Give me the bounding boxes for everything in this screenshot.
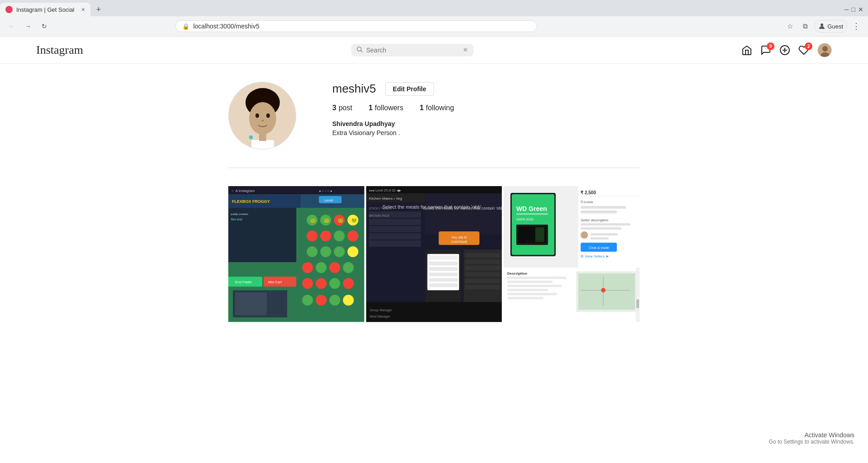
svg-line-3	[361, 51, 362, 52]
search-input[interactable]	[366, 47, 459, 54]
messages-nav-icon[interactable]: 9	[760, 45, 771, 56]
svg-rect-18	[259, 131, 266, 141]
svg-rect-131	[507, 276, 566, 279]
svg-text:SATA SSD: SATA SSD	[516, 217, 533, 221]
address-bar[interactable]: 🔒 localhost:3000/meshiv5	[175, 20, 537, 32]
posts-count: 3	[332, 104, 336, 112]
svg-point-0	[7, 7, 11, 12]
followers-label: followers	[375, 104, 403, 112]
svg-text:●●●  Level 25 of 32 ◀▶: ●●● Level 25 of 32 ◀▶	[369, 189, 401, 192]
post-thumbnail-1[interactable]: ← A Instagram ● ○ ○ ○ ● FLEXBOX FROGGY L…	[228, 186, 364, 322]
svg-rect-98	[465, 278, 500, 283]
svg-point-49	[348, 230, 359, 241]
svg-text:justify-content:: justify-content:	[231, 213, 249, 215]
profile-nav-icon[interactable]	[817, 43, 832, 57]
svg-rect-77	[369, 233, 421, 239]
forward-button[interactable]: →	[22, 20, 34, 33]
svg-point-13	[249, 102, 276, 135]
svg-point-56	[329, 262, 340, 273]
ig-search-container: ✕	[351, 44, 473, 56]
address-text: localhost:3000/meshiv5	[193, 23, 259, 30]
svg-point-54	[302, 262, 313, 273]
svg-point-46	[307, 230, 317, 241]
window-close[interactable]: ✕	[858, 6, 863, 13]
svg-rect-125	[591, 237, 609, 239]
browser-tabs: Instagram | Get Social × + ─ □ ✕	[0, 0, 868, 16]
profile-avatar-large	[228, 82, 296, 150]
svg-point-123	[581, 231, 588, 239]
svg-point-65	[343, 295, 354, 306]
new-tab-button[interactable]: +	[92, 3, 105, 16]
svg-point-14	[255, 113, 259, 118]
following-count: 1	[420, 104, 424, 112]
svg-point-55	[316, 262, 326, 273]
messages-badge: 9	[767, 42, 774, 50]
instagram-app: Instagram ✕	[0, 37, 868, 443]
svg-rect-94	[465, 253, 500, 257]
svg-rect-78	[369, 240, 421, 247]
ig-profile-info: meshiv5 Edit Profile 3 post 1 followers …	[332, 82, 640, 136]
post1-svg: ← A Instagram ● ○ ○ ○ ● FLEXBOX FROGGY L…	[228, 186, 364, 322]
bookmark-button[interactable]: ☆	[783, 20, 796, 33]
svg-point-51	[320, 246, 331, 257]
svg-rect-96	[465, 266, 500, 270]
svg-text:Western Digital: Western Digital	[526, 240, 548, 243]
svg-rect-76	[369, 226, 421, 232]
tab-close-button[interactable]: ×	[81, 6, 85, 13]
post-thumbnail-2[interactable]: ●●● Level 25 of 32 ◀▶ Kitchen Makes • Ve…	[366, 186, 502, 322]
browser-nav-right: ☆ ⧉ Guest ⋮	[783, 20, 863, 33]
svg-rect-135	[507, 293, 557, 295]
reload-button[interactable]: ↻	[38, 20, 51, 33]
svg-rect-121	[581, 223, 631, 225]
svg-rect-93	[429, 283, 458, 287]
svg-rect-29	[228, 208, 296, 262]
extensions-button[interactable]: ⧉	[799, 20, 811, 33]
svg-text:🐸: 🐸	[310, 217, 316, 223]
browser-menu-button[interactable]: ⋮	[850, 20, 863, 33]
profile-avatar-small[interactable]	[817, 43, 832, 57]
ig-stats: 3 post 1 followers 1 following	[332, 104, 640, 112]
post-thumbnail-3[interactable]: WD Green SATA SSD Western Digital ₹ 2,50…	[504, 186, 640, 322]
svg-point-60	[329, 278, 340, 289]
ig-logo[interactable]: Instagram	[36, 43, 83, 57]
followers-stat[interactable]: 1 followers	[368, 104, 403, 112]
svg-text:Level: Level	[324, 198, 333, 202]
svg-rect-138	[579, 273, 635, 309]
svg-text:🐸: 🐸	[338, 217, 344, 223]
search-clear-icon[interactable]: ✕	[463, 47, 468, 53]
posts-label: post	[339, 104, 352, 112]
svg-point-15	[266, 113, 270, 118]
back-button[interactable]: ←	[5, 20, 18, 33]
active-tab[interactable]: Instagram | Get Social ×	[0, 3, 90, 16]
profile-avatar-svg	[229, 82, 296, 150]
svg-point-52	[334, 246, 345, 257]
svg-rect-122	[581, 227, 622, 229]
svg-text:Meal Manager: Meal Manager	[370, 315, 390, 318]
edit-profile-button[interactable]: Edit Profile	[385, 82, 434, 96]
svg-rect-133	[507, 285, 561, 287]
svg-point-62	[302, 295, 313, 306]
svg-point-141	[601, 288, 606, 292]
browser-nav: ← → ↻ 🔒 localhost:3000/meshiv5 ☆ ⧉ Guest…	[0, 16, 868, 36]
svg-text:Seller description: Seller description	[581, 218, 609, 222]
svg-rect-90	[429, 267, 458, 271]
add-post-nav-icon[interactable]	[779, 45, 790, 56]
window-maximize[interactable]: □	[852, 6, 855, 13]
svg-rect-100	[366, 302, 502, 322]
svg-rect-97	[465, 272, 500, 276]
svg-text:Chat & trade: Chat & trade	[589, 246, 609, 250]
browser-profile-label: Guest	[827, 23, 843, 30]
profile-divider	[228, 168, 640, 168]
svg-rect-89	[429, 262, 458, 265]
following-stat[interactable]: 1 following	[420, 104, 454, 112]
svg-point-47	[320, 230, 331, 241]
home-nav-icon[interactable]	[741, 45, 752, 56]
window-minimize[interactable]: ─	[844, 6, 849, 13]
svg-rect-143	[637, 299, 639, 309]
posts-stat[interactable]: 3 post	[332, 104, 352, 112]
svg-point-16	[261, 120, 264, 122]
svg-text:CONTINUE: CONTINUE	[451, 240, 467, 243]
likes-nav-icon[interactable]: 2	[798, 45, 809, 56]
browser-profile-button[interactable]: Guest	[814, 20, 847, 33]
svg-rect-79	[425, 193, 502, 234]
